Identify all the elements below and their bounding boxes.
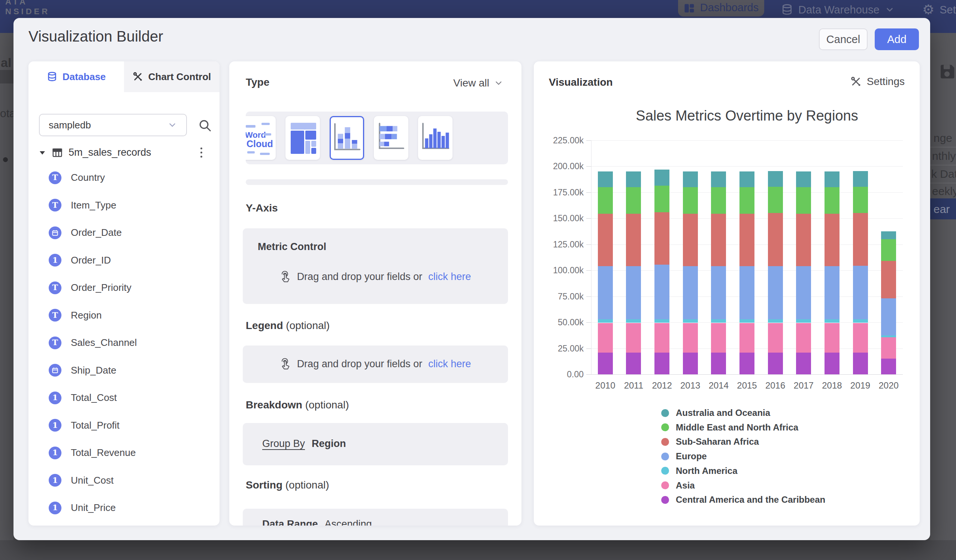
field-row[interactable]: 1Unit_Price [28,494,220,522]
chart-type-stacked-bar[interactable] [374,116,408,160]
field-row[interactable]: TOrder_Priority [28,274,220,302]
bar-segment[interactable] [711,214,726,266]
bar-segment[interactable] [654,353,670,374]
bar-segment[interactable] [683,187,698,214]
bar-segment[interactable] [598,214,613,266]
breakdown-panel[interactable]: Group ByRegion [243,423,508,465]
bar-segment[interactable] [711,323,726,353]
add-button[interactable]: Add [875,28,919,50]
field-row[interactable]: 1Unit_Cost [28,467,220,494]
bar-segment[interactable] [626,323,641,353]
bar-segment[interactable] [824,266,840,319]
bar-segment[interactable] [711,187,726,214]
field-row[interactable]: 1Total_Profit [28,412,220,439]
bar-segment[interactable] [739,319,755,323]
bar-segment[interactable] [626,266,641,319]
legend-item[interactable]: Sub-Saharan Africa [661,436,759,447]
bar-segment[interactable] [654,212,670,265]
bar-segment[interactable] [881,261,896,298]
bar-segment[interactable] [654,319,670,323]
bar-segment[interactable] [739,214,755,266]
bar-segment[interactable] [683,319,698,323]
bar-segment[interactable] [626,171,641,187]
bar-segment[interactable] [626,214,641,266]
bar-segment[interactable] [881,231,896,239]
bar-segment[interactable] [881,239,896,261]
bar-segment[interactable] [739,323,755,353]
nav-tab-settings[interactable]: ⚙ Settings [922,0,956,19]
bar-segment[interactable] [796,187,811,214]
legend-dropzone[interactable]: Drag and drop your fields or click here [243,345,508,383]
bar-segment[interactable] [796,319,811,323]
bar-segment[interactable] [598,323,613,353]
bar-segment[interactable] [853,187,868,213]
bar-segment[interactable] [853,266,868,319]
bar-segment[interactable] [768,171,783,187]
bar-segment[interactable] [711,319,726,323]
bar-segment[interactable] [654,323,670,353]
bar-segment[interactable] [881,337,896,359]
bar-segment[interactable] [683,214,698,266]
table-menu-kebab-icon[interactable] [199,146,204,159]
field-row[interactable]: TItem_Type [28,191,220,220]
bar-segment[interactable] [683,323,698,353]
bar-segment[interactable] [824,319,840,323]
metric-control-dropzone[interactable]: Metric Control Drag and drop your fields… [243,228,508,304]
bar-segment[interactable] [853,353,868,374]
bar-segment[interactable] [626,319,641,323]
field-row[interactable]: Ship_Date [28,357,220,384]
legend-item[interactable]: Central America and the Caribbean [661,494,825,505]
field-row[interactable]: 1Total_Revenue [28,439,220,467]
bar-segment[interactable] [824,214,840,266]
legend-item[interactable]: Middle East and North Africa [661,422,798,433]
bar-segment[interactable] [796,353,811,374]
field-row[interactable]: TRegion [28,302,220,329]
bar-segment[interactable] [796,266,811,319]
bar-segment[interactable] [853,213,868,265]
sorting-panel[interactable]: Data RangeAscending [243,509,508,525]
bar-segment[interactable] [598,353,613,374]
bar-segment[interactable] [654,169,670,186]
chart-type-column[interactable] [418,116,453,160]
bar-segment[interactable] [768,213,783,266]
database-select[interactable]: sampledb [39,114,187,136]
bar-segment[interactable] [598,171,613,187]
view-all-dropdown[interactable]: View all [453,77,503,89]
cancel-button[interactable]: Cancel [819,28,868,50]
bar-segment[interactable] [796,214,811,266]
tab-database[interactable]: Database [28,61,124,92]
bar-segment[interactable] [824,171,840,187]
legend-item[interactable]: Europe [661,451,707,461]
bar-segment[interactable] [654,265,670,319]
chart-type-treemap[interactable] [285,116,320,160]
bar-segment[interactable] [711,353,726,374]
bar-segment[interactable] [711,171,726,187]
bar-segment[interactable] [683,353,698,374]
bar-segment[interactable] [768,266,783,319]
bar-segment[interactable] [654,186,670,212]
field-row[interactable]: Order_Date [28,219,220,247]
bar-segment[interactable] [768,187,783,213]
bar-segment[interactable] [881,336,896,338]
bar-segment[interactable] [824,187,840,214]
bar-segment[interactable] [626,187,641,214]
search-icon[interactable] [198,118,212,133]
bar-segment[interactable] [683,266,698,319]
chart-type-stacked-column[interactable] [330,116,364,160]
bar-segment[interactable] [739,266,755,319]
bar-segment[interactable] [739,187,755,214]
bar-segment[interactable] [824,353,840,374]
bar-segment[interactable] [881,359,896,374]
field-row[interactable]: TCountry [28,164,220,191]
bar-segment[interactable] [739,171,755,187]
legend-item[interactable]: Australia and Oceania [661,408,770,418]
bar-segment[interactable] [796,171,811,187]
legend-item[interactable]: North America [661,466,737,476]
bar-segment[interactable] [824,323,840,353]
bar-segment[interactable] [598,187,613,214]
bar-segment[interactable] [711,266,726,319]
nav-tab-dashboards[interactable]: Dashboards [678,0,764,16]
bar-segment[interactable] [853,319,868,323]
bar-segment[interactable] [626,353,641,374]
field-row[interactable]: 1Order_ID [28,247,220,275]
